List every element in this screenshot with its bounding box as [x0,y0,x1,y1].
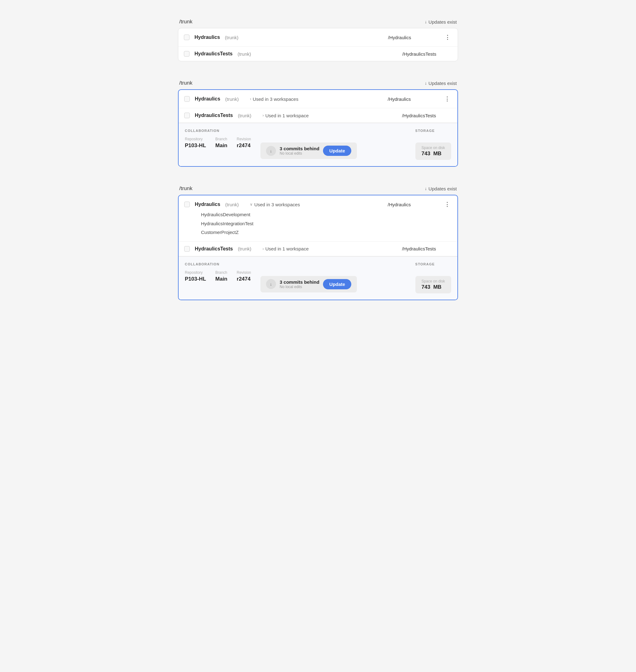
storage-box: Space on disk 743 MB [415,276,451,293]
update-button[interactable]: Update [323,279,351,289]
panel-1: /trunk ↓ Updates exist Hydraulics (trunk… [178,19,458,61]
repo-workspace-info: ∨ Used in 3 workspaces [244,202,383,207]
commit-text: 3 commits behind No local edits [280,146,320,156]
branch-field: Branch Main [215,137,227,159]
workspace-expanded-list: HydraulicsDevelopment HydraulicsIntegrat… [184,209,452,237]
collab-fields-wrapper: COLLABORATION Repository P103-HL Branch … [185,262,357,293]
collaboration-section: COLLABORATION Repository P103-HL Branch … [179,256,457,300]
panel-1-updates: ↓ Updates exist [425,19,457,24]
update-button[interactable]: Update [323,145,351,156]
panel-3-card: Hydraulics (trunk) ∨ Used in 3 workspace… [178,195,458,300]
repo-branch: (trunk) [238,246,251,251]
repo-checkbox[interactable] [184,113,190,118]
chevron-right-icon: › [263,113,264,118]
repo-branch: (trunk) [237,51,251,57]
panel-3-path: /trunk [179,185,193,192]
commit-info-box: ↓ 3 commits behind No local edits Update [260,276,357,293]
table-row: HydraulicsTests (trunk) › Used in 1 work… [179,108,457,123]
collab-left: COLLABORATION Repository P103-HL Branch … [185,129,357,159]
revision-field: Revision r2474 [237,137,251,159]
list-item: CustomerProjectZ [201,228,452,237]
repo-row-main: Hydraulics (trunk) ∨ Used in 3 workspace… [184,200,452,209]
repo-workspace-info: › Used in 3 workspaces [244,96,383,102]
repository-value: P103-HL [185,142,206,149]
repo-path: /Hydraulics [388,96,437,102]
field-group: Repository P103-HL Branch Main Revision … [185,270,357,293]
table-row: Hydraulics (trunk) /Hydraulics ⋮ [178,28,458,47]
repo-name: Hydraulics [195,35,220,40]
panel-2-updates: ↓ Updates exist [425,81,457,86]
panel-2-card: Hydraulics (trunk) › Used in 3 workspace… [178,89,458,167]
repo-checkbox[interactable] [184,35,190,40]
repo-name: Hydraulics [195,202,220,207]
collaboration-section: COLLABORATION Repository P103-HL Branch … [179,123,457,166]
download-icon: ↓ [266,146,276,156]
repo-checkbox[interactable] [184,246,190,252]
repo-branch: (trunk) [238,113,251,118]
revision-label: Revision [237,137,251,141]
repo-checkbox[interactable] [184,51,190,57]
repo-workspace-info: › Used in 1 workspace [256,113,397,118]
more-options-button[interactable]: ⋮ [443,33,452,42]
more-options-button[interactable]: ⋮ [442,94,452,104]
repo-name: Hydraulics [195,96,220,102]
panel-1-card: Hydraulics (trunk) /Hydraulics ⋮ Hydraul… [178,28,458,61]
chevron-right-icon: › [250,97,251,101]
repo-checkbox[interactable] [184,96,190,102]
list-item: HydraulicsIntegrationTest [201,219,452,229]
updates-arrow-icon: ↓ [425,81,427,85]
repository-field: Repository P103-HL [185,137,206,159]
workspace-toggle[interactable]: › Used in 3 workspaces [250,96,383,102]
commits-behind: 3 commits behind [280,279,320,285]
repo-checkbox[interactable] [184,202,190,207]
workspace-toggle[interactable]: › Used in 1 workspace [263,246,397,251]
repository-label: Repository [185,270,206,275]
table-row: Hydraulics (trunk) ∨ Used in 3 workspace… [179,195,457,242]
repository-label: Repository [185,137,206,141]
download-icon: ↓ [266,279,276,289]
revision-label: Revision [237,270,251,275]
repository-field: Repository P103-HL [185,270,206,293]
storage-section: STORAGE Space on disk 743 MB [415,262,451,293]
chevron-right-icon: › [263,247,264,251]
space-value: 743 MB [422,151,445,157]
branch-value: Main [215,142,227,149]
table-row: HydraulicsTests (trunk) › Used in 1 work… [179,242,457,256]
repo-path: /HydraulicsTests [402,246,452,251]
repo-path: /HydraulicsTests [402,113,452,118]
storage-label: STORAGE [415,129,451,133]
chevron-down-icon: ∨ [250,202,253,206]
panel-3: /trunk ↓ Updates exist Hydraulics (trunk… [178,185,458,300]
repo-workspace-info: › Used in 1 workspace [256,246,397,251]
panel-3-header: /trunk ↓ Updates exist [178,185,458,192]
workspace-toggle[interactable]: › Used in 1 workspace [263,113,397,118]
revision-value: r2474 [237,276,251,282]
branch-value: Main [215,276,227,282]
repo-path: /HydraulicsTests [402,51,452,57]
space-value: 743 MB [422,284,445,290]
storage-box: Space on disk 743 MB [415,142,451,160]
panel-1-header: /trunk ↓ Updates exist [178,19,458,25]
workspace-toggle[interactable]: ∨ Used in 3 workspaces [250,202,383,207]
updates-arrow-icon: ↓ [425,186,427,191]
collab-fields-wrapper: COLLABORATION Repository P103-HL Branch … [185,129,357,159]
repo-path: /Hydraulics [388,202,437,207]
no-local-edits: No local edits [280,151,320,156]
commit-info-box: ↓ 3 commits behind No local edits Update [260,142,357,159]
space-label: Space on disk [422,145,445,150]
repo-path: /Hydraulics [388,35,438,40]
revision-field: Revision r2474 [237,270,251,293]
panel-2-path: /trunk [179,80,193,86]
commits-behind: 3 commits behind [280,146,320,151]
repo-branch: (trunk) [225,202,239,207]
collaboration-label: COLLABORATION [185,262,357,266]
repo-name: HydraulicsTests [195,246,233,252]
storage-section: STORAGE Space on disk 743 MB [415,129,451,160]
revision-value: r2474 [237,142,251,149]
panel-2-header: /trunk ↓ Updates exist [178,80,458,86]
no-local-edits: No local edits [280,285,320,289]
panel-2: /trunk ↓ Updates exist Hydraulics (trunk… [178,80,458,167]
collaboration-label: COLLABORATION [185,129,357,133]
table-row: Hydraulics (trunk) › Used in 3 workspace… [179,90,457,108]
more-options-button[interactable]: ⋮ [442,200,452,209]
